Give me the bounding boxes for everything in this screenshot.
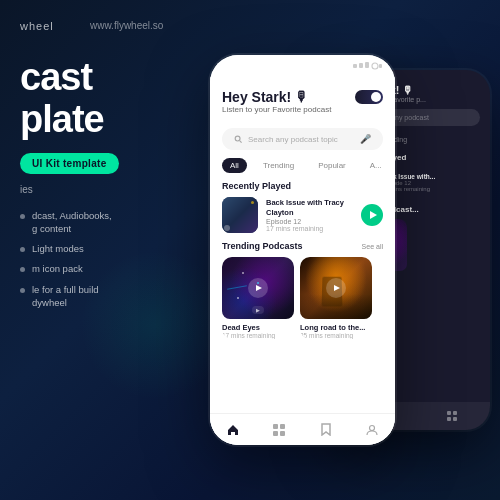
greeting-subtext: Listen to your Favorite podcast [222, 105, 383, 114]
trending-card-time-1: 17 mins remaining [222, 332, 294, 339]
svg-rect-1 [359, 63, 363, 68]
recently-played-item: Back Issue with Tracy Clayton Episode 12… [210, 197, 395, 233]
nav-bookmark-icon[interactable] [318, 422, 334, 438]
svg-rect-4 [379, 64, 382, 68]
mic-icon: 🎤 [360, 134, 371, 144]
recently-played-title: Recently Played [210, 181, 395, 191]
podcast-time-dark: 17 mins remaining [381, 186, 480, 192]
svg-point-5 [235, 136, 240, 141]
trending-img-2 [300, 257, 372, 319]
search-icon [234, 135, 242, 143]
svg-rect-10 [280, 431, 285, 436]
podcast-name-dark: Back Issue with... [381, 173, 480, 180]
svg-rect-17 [453, 417, 457, 421]
podcast-thumbnail [222, 197, 258, 233]
tab-trending[interactable]: Trending [255, 158, 302, 173]
svg-line-6 [240, 141, 242, 143]
nav-grid-icon-dark[interactable] [447, 407, 457, 425]
phone-content: Hey Stark! 🎙 Listen to your Favorite pod… [210, 77, 395, 445]
tab-popular[interactable]: Popular [310, 158, 354, 173]
nav-home-icon[interactable] [225, 422, 241, 438]
svg-point-3 [372, 63, 378, 69]
website-url: www.flywheel.so [90, 20, 163, 31]
see-all-link[interactable]: See all [362, 243, 383, 250]
phone-main: Hey Stark! 🎙 Listen to your Favorite pod… [210, 55, 395, 445]
phone-toggle-row: Hey Stark! 🎙 [222, 89, 383, 105]
trending-img-1: ▶ [222, 257, 294, 319]
podcast-info: Back Issue with Tracy Clayton Episode 12… [266, 198, 353, 232]
search-text: Search any podcast topic [248, 135, 354, 144]
trending-play-1 [248, 278, 268, 298]
svg-rect-9 [273, 431, 278, 436]
trending-header: Trending Podcasts See all [210, 241, 395, 251]
svg-rect-2 [365, 62, 369, 68]
trending-card-title-1: Dead Eyes [222, 323, 294, 332]
podcast-name: Back Issue with Tracy Clayton [266, 198, 353, 218]
nav-grid-icon[interactable] [271, 422, 287, 438]
play-icon [370, 211, 377, 219]
trending-card-2[interactable]: Long road to the... 35 mins remaining [300, 257, 372, 339]
trending-grid: ▶ Dead Eyes 17 mins remaining [210, 257, 395, 339]
tab-more[interactable]: A... [362, 158, 390, 173]
phone-bottom-nav [210, 413, 395, 445]
trending-card-1[interactable]: ▶ Dead Eyes 17 mins remaining [222, 257, 294, 339]
play-button[interactable] [361, 204, 383, 226]
trending-card-time-2: 35 mins remaining [300, 332, 372, 339]
svg-point-11 [369, 425, 374, 430]
filter-tabs: All Trending Popular A... [210, 158, 395, 173]
trending-card-title-2: Long road to the... [300, 323, 372, 332]
search-bar[interactable]: Search any podcast topic 🎤 [222, 128, 383, 150]
trending-title: Trending Podcasts [222, 241, 303, 251]
phone-header: Hey Stark! 🎙 Listen to your Favorite pod… [210, 77, 395, 120]
svg-rect-15 [453, 411, 457, 415]
toggle-dot [371, 92, 381, 102]
nav-user-icon[interactable] [364, 422, 380, 438]
status-icons [353, 62, 383, 70]
svg-rect-14 [447, 411, 451, 415]
trending-play-2 [326, 278, 346, 298]
ui-kit-badge[interactable]: UI Kit template [20, 153, 119, 174]
phone-status-bar [210, 55, 395, 77]
greeting-text: Hey Stark! 🎙 [222, 89, 309, 105]
podcast-info-dark: Back Issue with... Episode 12 17 mins re… [381, 173, 480, 192]
podcast-episode: Episode 12 [266, 218, 353, 225]
svg-rect-0 [353, 64, 357, 68]
toggle-switch[interactable] [355, 90, 383, 104]
phones-container: Hey Stark! 🎙 Listen to your Favorite pod… [180, 0, 500, 500]
svg-rect-16 [447, 417, 451, 421]
svg-rect-7 [273, 424, 278, 429]
svg-rect-8 [280, 424, 285, 429]
tab-all[interactable]: All [222, 158, 247, 173]
podcast-time: 17 mins remaining [266, 225, 353, 232]
